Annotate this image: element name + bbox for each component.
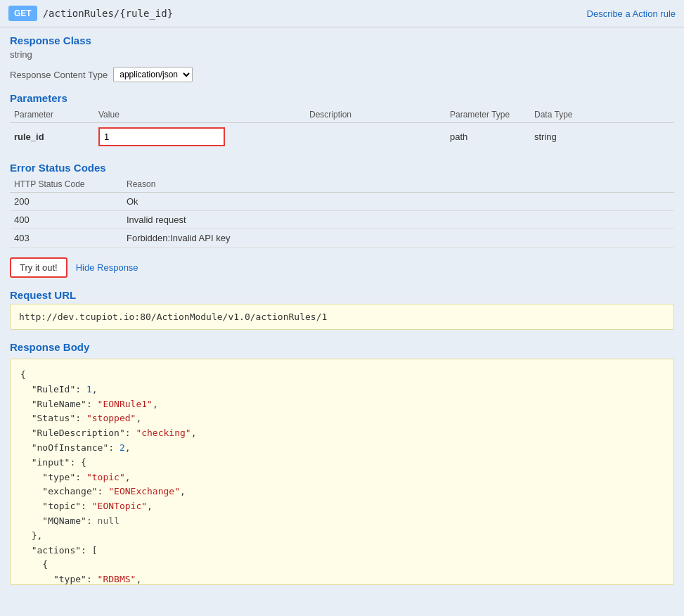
reason-403: Forbidden:Invalid API key: [122, 229, 674, 248]
col-description: Description: [305, 107, 446, 123]
error-header-row: HTTP Status Code Reason: [10, 177, 674, 193]
col-reason: Reason: [122, 177, 674, 193]
hide-response-link[interactable]: Hide Response: [76, 262, 138, 273]
table-row: 200 Ok: [10, 193, 674, 211]
response-class-title: Response Class: [10, 34, 674, 46]
try-it-out-button[interactable]: Try it out!: [10, 257, 67, 278]
header-left: GET /actionRules/{rule_id}: [8, 6, 173, 21]
response-class-section: Response Class string: [10, 34, 674, 60]
request-url-section: Request URL http://dev.tcupiot.io:80/Act…: [10, 289, 674, 330]
request-url-value: http://dev.tcupiot.io:80/ActionModule/v1…: [10, 304, 674, 330]
col-data-type: Data Type: [530, 107, 674, 123]
reason-200: Ok: [122, 193, 674, 211]
param-data-type-cell: string: [530, 123, 674, 151]
error-status-table: HTTP Status Code Reason 200 Ok 400 Inval…: [10, 177, 674, 248]
param-type-cell: path: [446, 123, 530, 151]
response-class-type: string: [10, 49, 674, 60]
try-row: Try it out! Hide Response: [10, 257, 674, 278]
reason-400: Invalid request: [122, 211, 674, 229]
param-description-cell: [305, 123, 446, 151]
parameters-title: Parameters: [10, 92, 674, 104]
response-body-code: { "RuleId": 1, "RuleName": "EONRule1", "…: [20, 368, 664, 584]
status-code-200: 200: [10, 193, 122, 211]
response-body-container: { "RuleId": 1, "RuleName": "EONRule1", "…: [10, 359, 674, 585]
endpoint-text: /actionRules/{rule_id}: [43, 8, 173, 19]
param-name-cell: rule_id: [10, 123, 94, 151]
response-body-title: Response Body: [10, 341, 674, 353]
params-header-row: Parameter Value Description Parameter Ty…: [10, 107, 674, 123]
describe-link[interactable]: Describe a Action rule: [587, 8, 676, 19]
param-value-cell: [94, 123, 305, 151]
error-status-section: Error Status Codes HTTP Status Code Reas…: [10, 162, 674, 248]
header-bar: GET /actionRules/{rule_id} Describe a Ac…: [0, 0, 684, 27]
main-container: GET /actionRules/{rule_id} Describe a Ac…: [0, 0, 684, 616]
response-body-scroll[interactable]: { "RuleId": 1, "RuleName": "EONRule1", "…: [11, 359, 673, 584]
request-url-title: Request URL: [10, 289, 674, 301]
parameters-table: Parameter Value Description Parameter Ty…: [10, 107, 674, 150]
status-code-403: 403: [10, 229, 122, 248]
content-type-select[interactable]: application/json: [113, 67, 193, 82]
parameters-section: Parameters Parameter Value Description P…: [10, 92, 674, 150]
col-parameter: Parameter: [10, 107, 94, 123]
content-area: Response Class string Response Content T…: [0, 27, 684, 592]
col-value: Value: [94, 107, 305, 123]
rule-id-input[interactable]: [98, 127, 225, 146]
response-body-section: Response Body { "RuleId": 1, "RuleName":…: [10, 341, 674, 585]
table-row: 403 Forbidden:Invalid API key: [10, 229, 674, 248]
col-http-status: HTTP Status Code: [10, 177, 122, 193]
content-type-label: Response Content Type: [10, 70, 108, 80]
content-type-row: Response Content Type application/json: [10, 67, 674, 82]
method-badge: GET: [8, 6, 37, 21]
status-code-400: 400: [10, 211, 122, 229]
table-row: rule_id path string: [10, 123, 674, 151]
error-status-title: Error Status Codes: [10, 162, 674, 174]
table-row: 400 Invalid request: [10, 211, 674, 229]
col-param-type: Parameter Type: [446, 107, 530, 123]
